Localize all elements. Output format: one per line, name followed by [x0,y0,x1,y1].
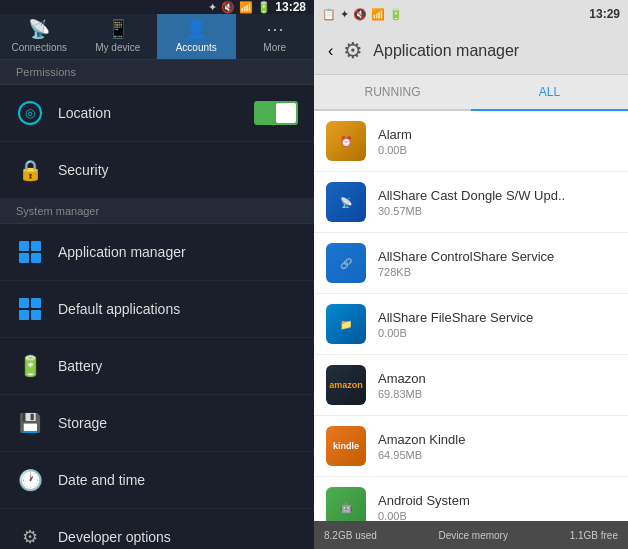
connections-icon: 📡 [28,20,50,38]
tab-mydevice-label: My device [95,42,140,53]
allshare-control-app-name: AllShare ControlShare Service [378,249,554,264]
app-manager-icon [16,238,44,266]
device-memory-label: Device memory [438,530,507,541]
android-system-app-info: Android System 0.00B [378,493,470,522]
left-panel: ✦ 🔇 📶 🔋 13:28 📡 Connections 📱 My device … [0,0,314,549]
allshare-cast-app-size: 30.57MB [378,205,565,217]
allshare-file-app-icon: 📁 [326,304,366,344]
list-item[interactable]: 📡 AllShare Cast Dongle S/W Upd.. 30.57MB [314,172,628,233]
security-icon: 🔒 [16,156,44,184]
kindle-app-name: Amazon Kindle [378,432,465,447]
list-item[interactable]: 🔗 AllShare ControlShare Service 728KB [314,233,628,294]
location-icon: ◎ [16,99,44,127]
storage-used: 8.2GB used [324,530,377,541]
tab-accounts-label: Accounts [176,42,217,53]
system-manager-header: System manager [0,199,314,224]
app-list[interactable]: ⏰ Alarm 0.00B 📡 AllShare Cast Dongle S/W… [314,111,628,521]
app-manager-label: Application manager [58,244,186,260]
kindle-app-icon: kindle [326,426,366,466]
clock-icon: 🕐 [16,466,44,494]
alarm-app-info: Alarm 0.00B [378,127,412,156]
alarm-app-name: Alarm [378,127,412,142]
mydevice-icon: 📱 [107,20,129,38]
bluetooth-icon: ✦ [208,1,217,14]
default-apps-label: Default applications [58,301,180,317]
bottom-bar: 8.2GB used Device memory 1.1GB free [314,521,628,549]
menu-item-developer[interactable]: ⚙ Developer options [0,509,314,549]
menu-item-security[interactable]: 🔒 Security [0,142,314,199]
tab-mydevice[interactable]: 📱 My device [79,14,158,59]
storage-free: 1.1GB free [570,530,618,541]
app-manager-header: ‹ ⚙ Application manager [314,28,628,75]
filter-tab-running[interactable]: RUNNING [314,75,471,109]
android-system-app-name: Android System [378,493,470,508]
default-apps-icon [16,295,44,323]
filter-tab-all[interactable]: ALL [471,75,628,111]
more-icon: ⋯ [266,20,284,38]
battery-label: Battery [58,358,102,374]
gear-icon: ⚙ [343,38,363,64]
tab-connections-label: Connections [11,42,67,53]
allshare-cast-app-icon: 📡 [326,182,366,222]
filter-tabs: RUNNING ALL [314,75,628,111]
menu-item-default-apps[interactable]: Default applications [0,281,314,338]
battery-right-icon: 🔋 [389,8,403,21]
list-item[interactable]: kindle Amazon Kindle 64.95MB [314,416,628,477]
bluetooth-right-icon: ✦ [340,8,349,21]
back-arrow-icon[interactable]: ‹ [328,42,333,60]
time-right: 13:29 [589,7,620,21]
accounts-icon: 👤 [185,20,207,38]
menu-item-battery[interactable]: 🔋 Battery [0,338,314,395]
kindle-app-info: Amazon Kindle 64.95MB [378,432,465,461]
list-item[interactable]: 📁 AllShare FileShare Service 0.00B [314,294,628,355]
kindle-app-size: 64.95MB [378,449,465,461]
date-time-label: Date and time [58,472,145,488]
amazon-app-size: 69.83MB [378,388,426,400]
amazon-app-info: Amazon 69.83MB [378,371,426,400]
signal-right-icon: 📶 [371,8,385,21]
allshare-cast-app-name: AllShare Cast Dongle S/W Upd.. [378,188,565,203]
menu-item-app-manager[interactable]: Application manager [0,224,314,281]
tab-accounts[interactable]: 👤 Accounts [157,14,236,59]
android-system-app-size: 0.00B [378,510,470,522]
allshare-file-app-name: AllShare FileShare Service [378,310,533,325]
storage-label: Storage [58,415,107,431]
android-system-app-icon: 🤖 [326,487,366,521]
allshare-file-app-size: 0.00B [378,327,533,339]
developer-icon: ⚙ [16,523,44,549]
toggle-knob [276,103,296,123]
allshare-control-app-size: 728KB [378,266,554,278]
permissions-header: Permissions [0,60,314,85]
list-item[interactable]: ⏰ Alarm 0.00B [314,111,628,172]
amazon-app-name: Amazon [378,371,426,386]
tab-more-label: More [263,42,286,53]
battery-icon: 🔋 [16,352,44,380]
list-item[interactable]: amazon Amazon 69.83MB [314,355,628,416]
alarm-app-icon: ⏰ [326,121,366,161]
alarm-app-size: 0.00B [378,144,412,156]
mute-icon: 🔇 [221,1,235,14]
allshare-file-app-info: AllShare FileShare Service 0.00B [378,310,533,339]
mute-right-icon: 🔇 [353,8,367,21]
allshare-control-app-icon: 🔗 [326,243,366,283]
notification-icon: 📋 [322,8,336,21]
menu-item-date-time[interactable]: 🕐 Date and time [0,452,314,509]
status-bar-left: ✦ 🔇 📶 🔋 13:28 [0,0,314,14]
tab-connections[interactable]: 📡 Connections [0,14,79,59]
right-panel: 📋 ✦ 🔇 📶 🔋 13:29 ‹ ⚙ Application manager … [314,0,628,549]
storage-icon: 💾 [16,409,44,437]
time-left: 13:28 [275,0,306,14]
security-label: Security [58,162,109,178]
allshare-control-app-info: AllShare ControlShare Service 728KB [378,249,554,278]
allshare-cast-app-info: AllShare Cast Dongle S/W Upd.. 30.57MB [378,188,565,217]
menu-item-location[interactable]: ◎ Location [0,85,314,142]
amazon-app-icon: amazon [326,365,366,405]
status-bar-right: 📋 ✦ 🔇 📶 🔋 13:29 [314,0,628,28]
signal-icon: 📶 [239,1,253,14]
location-toggle[interactable] [254,101,298,125]
menu-item-storage[interactable]: 💾 Storage [0,395,314,452]
list-item[interactable]: 🤖 Android System 0.00B [314,477,628,521]
tab-more[interactable]: ⋯ More [236,14,315,59]
battery-left-icon: 🔋 [257,1,271,14]
location-label: Location [58,105,111,121]
